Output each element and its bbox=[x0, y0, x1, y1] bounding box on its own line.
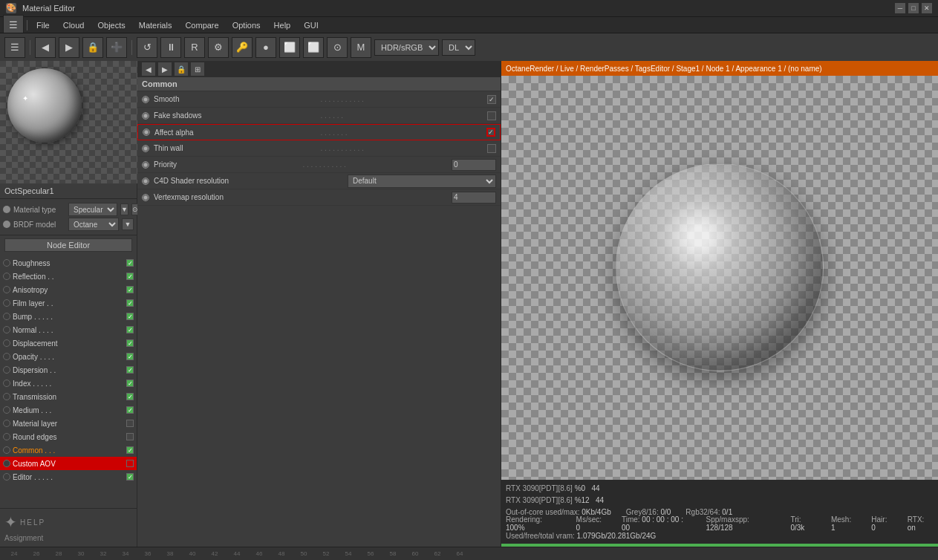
menu-gui[interactable]: GUI bbox=[298, 19, 325, 31]
film-layer-checkbox[interactable] bbox=[126, 299, 134, 307]
menu-compare[interactable]: Compare bbox=[179, 19, 224, 31]
vertexmap-res-radio[interactable] bbox=[142, 194, 149, 201]
channel-reflection[interactable]: Reflection . . bbox=[0, 270, 137, 283]
menu-materials[interactable]: Materials bbox=[133, 19, 178, 31]
thin-wall-checkbox[interactable] bbox=[487, 144, 496, 153]
minimize-button[interactable]: ─ bbox=[895, 3, 905, 13]
fake-shadows-radio[interactable] bbox=[142, 112, 149, 120]
info-icon[interactable]: ⊙ bbox=[327, 37, 348, 58]
channel-film-layer[interactable]: Film layer . . bbox=[0, 296, 137, 310]
reflection-radio[interactable] bbox=[3, 273, 10, 280]
menu-file[interactable]: File bbox=[30, 19, 56, 31]
channel-transmission[interactable]: Transmission bbox=[0, 390, 137, 403]
pause-icon[interactable]: ⏸ bbox=[160, 37, 181, 58]
transmission-checkbox[interactable] bbox=[126, 393, 134, 400]
plus-icon[interactable]: ➕ bbox=[106, 37, 127, 58]
settings-icon[interactable]: ⚙ bbox=[208, 37, 229, 58]
editor-radio[interactable] bbox=[3, 473, 10, 481]
key-icon[interactable]: 🔑 bbox=[232, 37, 253, 58]
material-type-select[interactable]: Specular bbox=[68, 203, 117, 216]
index-radio[interactable] bbox=[3, 380, 10, 387]
channel-anisotropy[interactable]: Anisotropy bbox=[0, 283, 137, 296]
common-checkbox[interactable] bbox=[126, 446, 134, 454]
toolbar-hamburger[interactable]: ☰ bbox=[4, 37, 25, 58]
channel-bump[interactable]: Bump . . . . . bbox=[0, 310, 137, 323]
transmission-radio[interactable] bbox=[3, 393, 10, 400]
material-layer-checkbox[interactable] bbox=[126, 420, 134, 427]
priority-radio[interactable] bbox=[142, 161, 149, 169]
opacity-checkbox[interactable] bbox=[126, 353, 134, 360]
maximize-button[interactable]: □ bbox=[908, 3, 919, 13]
menu-help[interactable]: Help bbox=[268, 19, 297, 31]
opacity-radio[interactable] bbox=[3, 353, 10, 360]
displacement-radio[interactable] bbox=[3, 339, 10, 347]
medium-checkbox[interactable] bbox=[126, 406, 134, 414]
round-edges-radio[interactable] bbox=[3, 433, 10, 440]
roughness-checkbox[interactable] bbox=[126, 259, 134, 267]
channel-normal[interactable]: Normal . . . . bbox=[0, 323, 137, 336]
channel-dispersion[interactable]: Dispersion . . bbox=[0, 363, 137, 377]
smooth-radio[interactable] bbox=[142, 96, 149, 103]
close-button[interactable]: ✕ bbox=[922, 3, 932, 13]
channel-index[interactable]: Index . . . . . bbox=[0, 377, 137, 390]
fake-shadows-checkbox[interactable] bbox=[487, 111, 496, 120]
common-radio[interactable] bbox=[3, 446, 10, 454]
menu-cloud[interactable]: Cloud bbox=[57, 19, 91, 31]
channel-editor[interactable]: Editor . . . . . bbox=[0, 470, 137, 484]
shader-res-radio[interactable] bbox=[142, 178, 149, 185]
dl-select[interactable]: DL bbox=[442, 39, 475, 56]
color-space-select[interactable]: HDR/sRGB bbox=[374, 39, 439, 56]
affect-alpha-radio[interactable] bbox=[143, 128, 150, 136]
channel-displacement[interactable]: Displacement bbox=[0, 336, 137, 350]
refresh-icon[interactable]: ↺ bbox=[137, 37, 157, 58]
normal-checkbox[interactable] bbox=[126, 326, 134, 333]
custom-aov-checkbox[interactable] bbox=[126, 460, 134, 467]
dispersion-radio[interactable] bbox=[3, 366, 10, 374]
anisotropy-radio[interactable] bbox=[3, 286, 10, 293]
editor-checkbox[interactable] bbox=[126, 473, 134, 481]
bump-checkbox[interactable] bbox=[126, 313, 134, 320]
reflection-checkbox[interactable] bbox=[126, 273, 134, 280]
nav-back-btn[interactable]: ◀ bbox=[35, 37, 56, 58]
material-icon[interactable]: M bbox=[351, 37, 371, 58]
brdf-select[interactable]: Octane bbox=[68, 218, 119, 231]
priority-input[interactable] bbox=[452, 159, 496, 171]
anisotropy-checkbox[interactable] bbox=[126, 286, 134, 293]
channel-medium[interactable]: Medium . . . bbox=[0, 403, 137, 417]
channel-opacity[interactable]: Opacity . . . . bbox=[0, 350, 137, 363]
channel-custom-aov[interactable]: Custom AOV bbox=[0, 457, 137, 470]
render-icon[interactable]: R bbox=[184, 37, 205, 58]
lock-icon[interactable]: 🔒 bbox=[82, 37, 103, 58]
render-view[interactable] bbox=[501, 76, 938, 480]
save-icon[interactable]: ⬜ bbox=[279, 37, 300, 58]
material-type-expand[interactable]: ▼ bbox=[120, 204, 128, 215]
load-icon[interactable]: ⬜ bbox=[303, 37, 324, 58]
vertexmap-res-input[interactable] bbox=[452, 192, 496, 204]
affect-alpha-checkbox[interactable] bbox=[486, 128, 495, 137]
material-layer-radio[interactable] bbox=[3, 420, 10, 427]
menu-objects[interactable]: Objects bbox=[91, 19, 131, 31]
channel-round-edges[interactable]: Round edges bbox=[0, 430, 137, 443]
lock-nav[interactable]: 🔒 bbox=[175, 62, 188, 76]
forward-arrow[interactable]: ▶ bbox=[158, 62, 172, 76]
channel-roughness[interactable]: Roughness bbox=[0, 256, 137, 270]
back-arrow[interactable]: ◀ bbox=[142, 62, 155, 76]
smooth-checkbox[interactable] bbox=[487, 95, 496, 104]
menu-options[interactable]: Options bbox=[227, 19, 267, 31]
film-layer-radio[interactable] bbox=[3, 299, 10, 307]
roughness-radio[interactable] bbox=[3, 259, 10, 267]
displacement-checkbox[interactable] bbox=[126, 339, 134, 347]
channel-common[interactable]: Common . . . bbox=[0, 443, 137, 457]
normal-radio[interactable] bbox=[3, 326, 10, 333]
window-controls[interactable]: ─ □ ✕ bbox=[895, 3, 932, 13]
node-editor-button[interactable]: Node Editor bbox=[4, 238, 132, 252]
channel-material-layer[interactable]: Material layer bbox=[0, 417, 137, 430]
dispersion-checkbox[interactable] bbox=[126, 366, 134, 374]
bump-radio[interactable] bbox=[3, 313, 10, 320]
camera-icon[interactable]: ● bbox=[255, 37, 276, 58]
shader-res-select[interactable]: Default bbox=[348, 175, 496, 188]
brdf-expand[interactable]: ▼ bbox=[122, 218, 134, 230]
medium-radio[interactable] bbox=[3, 406, 10, 414]
custom-aov-radio[interactable] bbox=[3, 460, 10, 467]
thin-wall-radio[interactable] bbox=[142, 145, 149, 152]
